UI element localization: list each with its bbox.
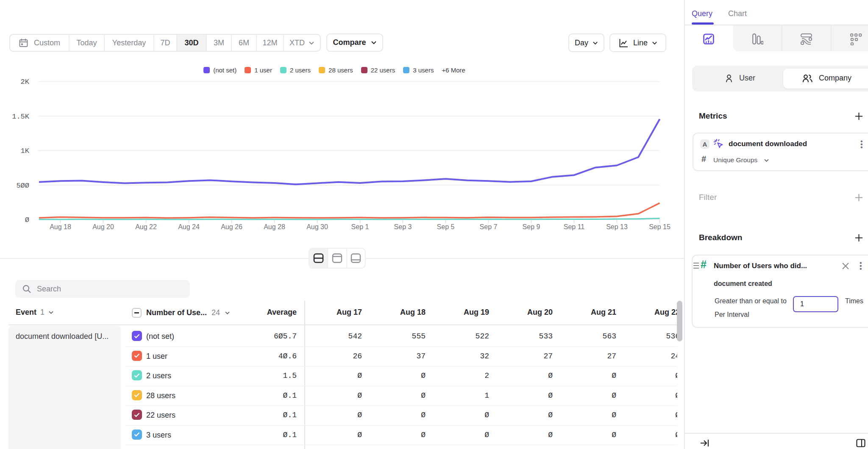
svg-text:1.5K: 1.5K [12, 113, 30, 121]
svg-text:Aug 30: Aug 30 [306, 223, 328, 230]
svg-text:Sep 9: Sep 9 [523, 223, 540, 230]
svg-text:Sep 11: Sep 11 [564, 223, 585, 230]
svg-text:5ØØ: 5ØØ [16, 182, 29, 190]
svg-text:2K: 2K [21, 78, 30, 86]
svg-text:1K: 1K [21, 147, 30, 155]
svg-text:Sep 5: Sep 5 [437, 223, 455, 230]
svg-text:Aug 20: Aug 20 [92, 223, 114, 230]
svg-text:Sep 1: Sep 1 [351, 223, 369, 230]
svg-text:Sep 3: Sep 3 [394, 223, 412, 230]
svg-text:Sep 7: Sep 7 [480, 223, 498, 230]
svg-text:Aug 26: Aug 26 [221, 223, 242, 230]
svg-text:Sep 15: Sep 15 [649, 223, 670, 230]
svg-text:Aug 24: Aug 24 [178, 223, 200, 230]
svg-text:Aug 22: Aug 22 [135, 223, 157, 230]
svg-text:Aug 18: Aug 18 [50, 223, 71, 230]
svg-text:Ø: Ø [25, 216, 29, 224]
svg-text:Aug 28: Aug 28 [264, 223, 285, 230]
svg-text:Sep 13: Sep 13 [606, 223, 628, 230]
